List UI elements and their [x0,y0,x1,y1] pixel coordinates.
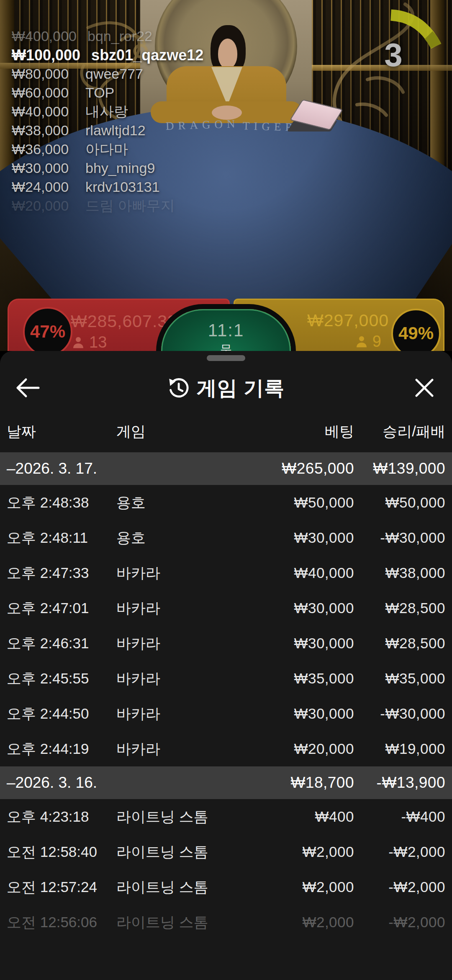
tie-odds: 11:1 [162,320,290,340]
tiger-total-bet: ₩297,000 [307,311,389,330]
history-date-row: –2026. 3. 16.₩18,700-₩13,900 [0,766,452,799]
close-button[interactable] [408,371,441,405]
leaderboard-amount: ₩38,000 [12,122,74,139]
history-game: 용호 [116,493,251,513]
leaderboard-username: sbz01_qazwe12 [91,46,203,64]
history-time: 오후 2:46:31 [7,634,116,653]
col-date: 날짜 [7,422,116,441]
history-time: 오전 12:56:06 [7,913,116,932]
close-icon [414,377,435,398]
history-winloss: -₩2,000 [354,879,445,895]
history-bet: ₩30,000 [251,635,354,652]
sheet-header: 게임 기록 [0,365,452,411]
history-date-winloss-total: -₩13,900 [354,774,445,792]
history-row: 오전 12:56:06라이트닝 스톰₩2,000-₩2,000 [0,905,452,940]
sheet-title-text: 게임 기록 [197,375,285,402]
leaderboard-row: ₩60,000TOP [12,83,203,102]
dragon-percent-badge: 47% [23,307,72,351]
dragon-players: 13 [72,333,107,351]
history-date-bet-total: ₩18,700 [251,774,354,792]
history-game: 바카라 [116,563,251,583]
dragon-percent: 47% [30,322,65,342]
history-date-row: –2026. 3. 17.₩265,000₩139,000 [0,452,452,485]
history-row: 오후 2:44:50바카라₩30,000-₩30,000 [0,696,452,731]
drag-handle[interactable] [207,355,245,361]
tiger-player-count: 9 [372,333,381,351]
leaderboard-username: 드림 아빠무지 [85,196,175,216]
history-winloss: ₩35,000 [354,670,445,687]
history-game: 용호 [116,528,251,548]
history-winloss: -₩30,000 [354,529,445,546]
history-bet: ₩30,000 [251,529,354,546]
history-date-winloss-total: ₩139,000 [354,460,445,477]
leaderboard-row: ₩30,000bhy_ming9 [12,159,203,178]
history-time: 오후 4:23:18 [7,807,116,827]
dragon-player-count: 13 [89,333,107,351]
history-bet: ₩30,000 [251,705,354,722]
tie-label: 무 [162,341,290,351]
leaderboard-username: qwee777 [85,66,143,82]
history-winloss: ₩19,000 [354,740,445,757]
history-row: 오후 2:46:31바카라₩30,000₩28,500 [0,626,452,661]
leaderboard-username: rlawltjd12 [85,122,146,139]
leaderboard-username: TOP [85,85,114,101]
leaderboard: ₩400,000bqn_ror22₩100,000sbz01_qazwe12₩8… [12,27,203,215]
history-row: 오후 2:47:01바카라₩30,000₩28,500 [0,591,452,626]
dragon-total-bet: ₩285,607.33 [71,312,177,331]
history-game: 라이트닝 스톰 [116,877,251,897]
history-winloss: ₩28,500 [354,635,445,652]
history-column-headers: 날짜 게임 베팅 승리/패배 [0,418,452,445]
history-row: 오후 2:48:38용호₩50,000₩50,000 [0,485,452,520]
history-time: 오후 2:47:33 [7,563,116,583]
history-time: 오후 2:48:38 [7,493,116,513]
tiger-players: 9 [355,333,381,351]
history-list: –2026. 3. 17.₩265,000₩139,000오후 2:48:38용… [0,452,452,940]
col-game: 게임 [116,422,251,441]
leaderboard-amount: ₩40,000 [12,103,74,120]
history-time: 오후 2:48:11 [7,528,116,548]
leaderboard-row: ₩400,000bqn_ror22 [12,27,203,46]
history-time: 오후 2:47:01 [7,598,116,618]
history-bet: ₩30,000 [251,600,354,616]
leaderboard-username: bqn_ror22 [87,28,152,44]
history-date: –2026. 3. 17. [7,460,251,477]
history-game: 바카라 [116,704,251,724]
leaderboard-row: ₩24,000krdv103131 [12,178,203,196]
leaderboard-amount: ₩30,000 [12,160,74,176]
history-time: 오후 2:45:55 [7,669,116,689]
leaderboard-row: ₩36,000아다마 [12,140,203,159]
history-winloss: -₩30,000 [354,705,445,722]
history-bet: ₩50,000 [251,494,354,511]
leaderboard-amount: ₩400,000 [12,28,77,44]
leaderboard-username: krdv103131 [85,179,160,195]
person-icon [355,335,368,348]
history-game: 바카라 [116,669,251,689]
person-icon [72,336,85,349]
betting-strip: 47% ₩285,607.33 13 49% ₩297,000 9 11:1 무 [0,299,452,351]
sheet-title: 게임 기록 [0,365,452,411]
tiger-percent-badge: 49% [391,309,441,351]
history-bet: ₩35,000 [251,670,354,687]
history-game: 라이트닝 스톰 [116,913,251,932]
countdown-number: 3 [368,36,419,74]
leaderboard-amount: ₩24,000 [12,179,74,195]
history-winloss: ₩28,500 [354,600,445,616]
leaderboard-row: ₩38,000rlawltjd12 [12,121,203,140]
history-winloss: ₩50,000 [354,494,445,511]
history-winloss: -₩400 [354,808,445,825]
history-game: 라이트닝 스톰 [116,807,251,827]
history-game: 바카라 [116,634,251,653]
history-row: 오전 12:57:24라이트닝 스톰₩2,000-₩2,000 [0,869,452,905]
history-winloss: ₩38,000 [354,565,445,581]
history-row: 오후 2:45:55바카라₩35,000₩35,000 [0,661,452,696]
col-bet: 베팅 [251,422,354,441]
leaderboard-amount: ₩36,000 [12,141,74,157]
history-time: 오전 12:58:40 [7,842,116,862]
leaderboard-amount: ₩80,000 [12,66,74,82]
history-game: 라이트닝 스톰 [116,842,251,862]
history-row: 오후 2:47:33바카라₩40,000₩38,000 [0,555,452,591]
leaderboard-amount: ₩100,000 [12,46,80,64]
tie-bet-area[interactable]: 11:1 무 [161,309,291,351]
history-time: 오후 2:44:19 [7,739,116,759]
history-date-bet-total: ₩265,000 [251,460,354,477]
